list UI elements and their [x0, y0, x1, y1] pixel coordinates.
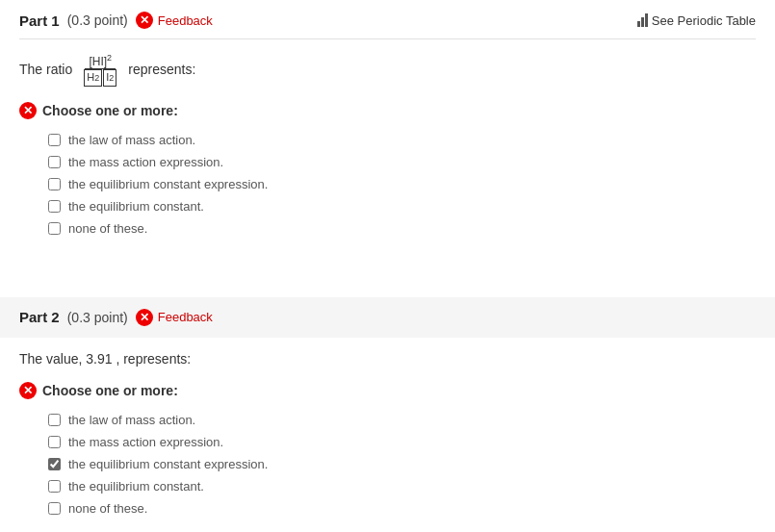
part1-header: Part 1 (0.3 point) ✕ Feedback See Period… — [19, 12, 756, 39]
part2-options-list: the law of mass action. the mass action … — [48, 409, 756, 519]
part2-points: (0.3 point) — [67, 310, 128, 325]
part2-option2-checkbox[interactable] — [48, 436, 61, 448]
periodic-table-link[interactable]: See Periodic Table — [637, 13, 756, 28]
part2-option2-text: the mass action expression. — [68, 435, 223, 449]
part1-option5-text: none of these. — [68, 221, 147, 236]
ratio-numerator: [HI]2 — [85, 53, 116, 69]
list-item: the law of mass action. — [48, 409, 756, 431]
ratio-represents: represents: — [128, 62, 195, 77]
part1-error-icon: ✕ — [19, 102, 37, 119]
part2-error-icon: ✕ — [19, 382, 37, 399]
part2-choose-label-row: ✕ Choose one or more: — [19, 382, 756, 399]
part2-header: Part 2 (0.3 point) ✕ Feedback — [19, 309, 756, 326]
part1-feedback-label: Feedback — [158, 13, 213, 28]
part1-choose-label: Choose one or more: — [42, 103, 178, 118]
part1-option3-checkbox[interactable] — [48, 178, 61, 190]
ratio-description: The ratio [HI]2 H2 I2 represents: — [19, 53, 756, 87]
ratio-fraction: [HI]2 H2 I2 — [82, 53, 118, 87]
part1-title: Part 1 — [19, 13, 60, 29]
periodic-table-label: See Periodic Table — [652, 13, 756, 28]
part2-choose-label: Choose one or more: — [42, 383, 178, 398]
part1-option4-checkbox[interactable] — [48, 200, 61, 213]
value-description: The value, 3.91 , represents: — [19, 351, 756, 367]
part2-option5-text: none of these. — [68, 501, 147, 516]
part2-option1-checkbox[interactable] — [48, 414, 61, 426]
part2-header-left: Part 2 (0.3 point) ✕ Feedback — [19, 309, 213, 326]
part1-header-left: Part 1 (0.3 point) ✕ Feedback — [19, 12, 213, 29]
part1-option1-checkbox[interactable] — [48, 134, 61, 146]
part2-title: Part 2 — [19, 309, 60, 325]
h2-bracket: H2 — [84, 69, 102, 86]
list-item: the equilibrium constant. — [48, 195, 756, 217]
part2-feedback-label: Feedback — [158, 310, 213, 324]
part2-option4-checkbox[interactable] — [48, 480, 61, 493]
part2-feedback-icon: ✕ — [136, 309, 153, 326]
part2-option4-text: the equilibrium constant. — [68, 479, 204, 494]
part2-option3-checkbox[interactable] — [48, 458, 61, 470]
part2-feedback-button[interactable]: ✕ Feedback — [136, 309, 213, 326]
part1-option4-text: the equilibrium constant. — [68, 199, 204, 214]
part1-feedback-button[interactable]: ✕ Feedback — [136, 12, 213, 29]
part1-option5-checkbox[interactable] — [48, 222, 61, 235]
part1-feedback-icon: ✕ — [136, 12, 153, 29]
list-item: the mass action expression. — [48, 151, 756, 173]
ratio-denominator: H2 I2 — [82, 69, 118, 86]
part1-option2-text: the mass action expression. — [68, 155, 223, 169]
part2-section: Part 2 (0.3 point) ✕ Feedback The value,… — [0, 297, 775, 532]
part2-option3-text: the equilibrium constant expression. — [68, 457, 268, 471]
list-item: the law of mass action. — [48, 129, 756, 151]
bar-chart-icon — [637, 13, 648, 27]
part2-option5-checkbox[interactable] — [48, 502, 61, 515]
list-item: none of these. — [48, 497, 756, 519]
i2-bracket: I2 — [103, 69, 116, 86]
list-item: the mass action expression. — [48, 431, 756, 453]
part1-points: (0.3 point) — [67, 13, 128, 28]
list-item: the equilibrium constant expression. — [48, 173, 756, 195]
part1-choose-label-row: ✕ Choose one or more: — [19, 102, 756, 119]
part2-option1-text: the law of mass action. — [68, 413, 195, 427]
part1-option1-text: the law of mass action. — [68, 133, 195, 147]
list-item: the equilibrium constant. — [48, 475, 756, 497]
value-line-text: The value, 3.91 , represents: — [19, 351, 191, 367]
list-item: none of these. — [48, 217, 756, 240]
ratio-prefix: The ratio — [19, 62, 72, 77]
list-item: the equilibrium constant expression. — [48, 453, 756, 475]
part1-option3-text: the equilibrium constant expression. — [68, 177, 268, 191]
part1-option2-checkbox[interactable] — [48, 156, 61, 168]
part1-options-list: the law of mass action. the mass action … — [48, 129, 756, 240]
part1-section: Part 1 (0.3 point) ✕ Feedback See Period… — [0, 0, 775, 259]
